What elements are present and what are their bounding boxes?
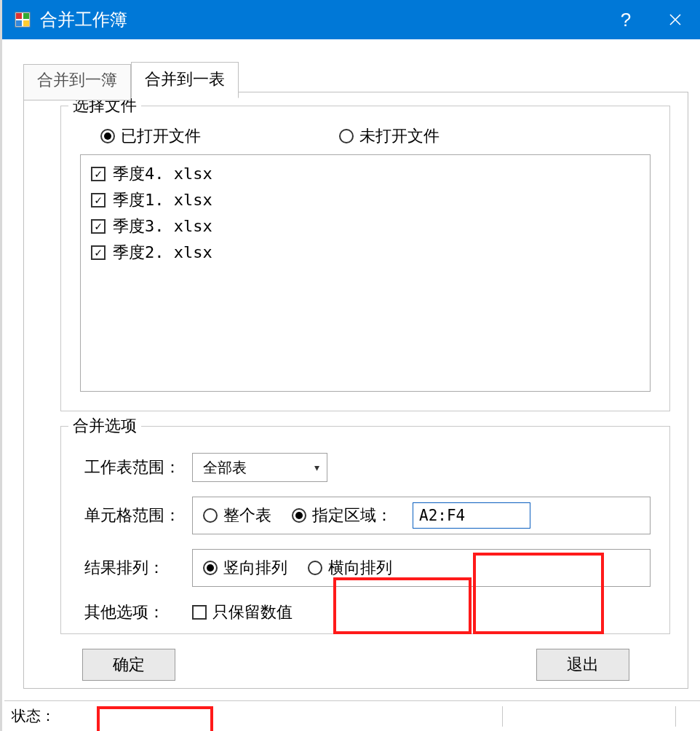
status-label: 状态： [12, 706, 502, 726]
list-item[interactable]: 季度1. xlsx [91, 187, 640, 213]
window-controls: ? [601, 0, 700, 39]
radio-opened-files[interactable]: 已打开文件 [100, 125, 201, 147]
window-title: 合并工作簿 [40, 8, 601, 31]
label-cell-range: 单元格范围： [80, 505, 192, 526]
checkbox-icon[interactable] [91, 219, 106, 234]
checkbox-icon[interactable] [91, 245, 106, 260]
titlebar: 合并工作簿 ? [2, 0, 700, 39]
radio-label: 整个表 [223, 505, 271, 526]
chevron-down-icon: ▾ [314, 462, 319, 473]
radio-label: 未打开文件 [359, 125, 440, 147]
checkbox-icon[interactable] [91, 193, 106, 208]
checkbox-label: 只保留数值 [212, 601, 293, 623]
file-name: 季度3. xlsx [113, 216, 212, 237]
select-value: 全部表 [203, 458, 247, 478]
radio-specified-range[interactable]: 指定区域： [292, 505, 392, 526]
exit-button[interactable]: 退出 [536, 649, 629, 681]
tab-merge-to-workbook[interactable]: 合并到一簿 [23, 64, 131, 100]
list-item[interactable]: 季度2. xlsx [91, 240, 640, 266]
group-merge-options: 合并选项 工作表范围： 全部表 ▾ 单元格范围： 整个表 [60, 426, 670, 634]
label-other-options: 其他选项： [80, 601, 192, 623]
checkbox-keep-values[interactable]: 只保留数值 [192, 601, 293, 623]
result-layout-box: 竖向排列 横向排列 [192, 549, 651, 587]
group-select-files: 选择文件 已打开文件 未打开文件 季度4. xlsx [60, 106, 670, 411]
file-name: 季度2. xlsx [113, 242, 212, 264]
file-list[interactable]: 季度4. xlsx 季度1. xlsx 季度3. xlsx 季度2. xlsx [80, 154, 651, 392]
radio-icon [203, 508, 218, 523]
radio-whole-sheet[interactable]: 整个表 [203, 505, 271, 526]
file-name: 季度4. xlsx [113, 163, 212, 185]
checkbox-icon[interactable] [192, 605, 207, 620]
close-button[interactable] [651, 0, 700, 39]
legend-merge-options: 合并选项 [68, 415, 141, 437]
radio-label: 指定区域： [312, 505, 392, 526]
radio-unopened-files[interactable]: 未打开文件 [339, 125, 440, 147]
svg-rect-4 [23, 20, 29, 26]
list-item[interactable]: 季度4. xlsx [91, 161, 640, 187]
radio-icon [292, 508, 306, 523]
radio-icon [308, 561, 322, 575]
tab-panel: 选择文件 已打开文件 未打开文件 季度4. xlsx [23, 92, 688, 689]
dialog-window: 合并工作簿 ? 合并到一簿 合并到一表 选择文件 已打开文件 [0, 0, 700, 731]
radio-label: 横向排列 [328, 557, 392, 579]
resize-grip-icon[interactable] [675, 706, 693, 727]
dialog-body: 合并到一簿 合并到一表 选择文件 已打开文件 未打开文件 [4, 39, 700, 731]
select-sheet-range[interactable]: 全部表 ▾ [192, 453, 327, 482]
tab-merge-to-sheet[interactable]: 合并到一表 [131, 62, 239, 98]
input-cell-range[interactable] [413, 502, 530, 529]
radio-label: 竖向排列 [223, 557, 287, 579]
svg-rect-2 [23, 13, 29, 19]
status-bar: 状态： [4, 700, 700, 731]
radio-icon [100, 129, 115, 143]
app-icon [14, 11, 31, 28]
svg-rect-3 [16, 20, 22, 26]
label-sheet-range: 工作表范围： [80, 457, 192, 478]
file-name: 季度1. xlsx [113, 189, 212, 211]
radio-icon [203, 561, 218, 575]
radio-vertical[interactable]: 竖向排列 [203, 557, 287, 579]
radio-label: 已打开文件 [121, 125, 201, 147]
ok-button[interactable]: 确定 [82, 649, 175, 681]
radio-icon [339, 129, 354, 143]
label-result-layout: 结果排列： [80, 557, 192, 579]
help-button[interactable]: ? [601, 0, 651, 39]
list-item[interactable]: 季度3. xlsx [91, 213, 640, 240]
checkbox-icon[interactable] [91, 167, 106, 181]
svg-rect-1 [16, 13, 22, 19]
status-pane [502, 706, 675, 727]
button-row: 确定 退出 [60, 649, 670, 681]
tab-strip: 合并到一簿 合并到一表 [23, 61, 239, 98]
radio-horizontal[interactable]: 横向排列 [308, 557, 392, 579]
cell-range-box: 整个表 指定区域： [192, 497, 651, 534]
